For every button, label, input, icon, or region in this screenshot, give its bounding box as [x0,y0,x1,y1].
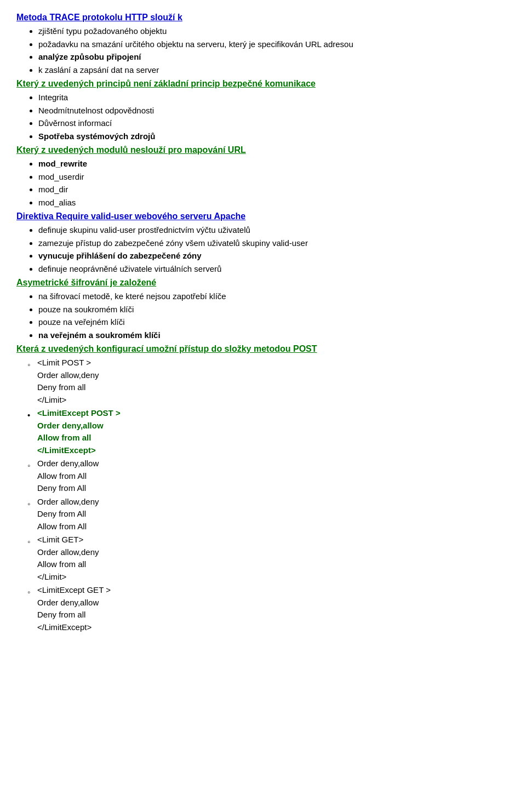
config-item-5: ◦ <Limit GET> Order allow,deny Allow fro… [27,534,510,583]
list-item: definuje neoprávněné uživatele virtuální… [38,263,510,276]
code-line: </Limit> [37,571,99,584]
list-item: pouze na soukromém klíči [38,304,510,316]
list-item: zamezuje přístup do zabezpečené zóny vše… [38,237,510,250]
bullet-hollow: ◦ [27,586,33,599]
heading-require: Direktiva Require valid-user webového se… [16,210,510,223]
code-line: Deny from all [37,609,111,621]
list-item: Neodmítnutelnost odpovědnosti [38,105,510,117]
config-block-4: Order allow,deny Deny from All Allow fro… [37,496,99,533]
config-block-2: <LimitExcept POST > Order deny,allow All… [37,407,121,456]
code-line: Allow from All [37,470,99,483]
config-item-6: ◦ <LimitExcept GET > Order deny,allow De… [27,584,510,633]
heading-config: Která z uvedených konfigurací umožní pří… [16,342,510,356]
list-item: zjištění typu požadovaného objektu [38,25,510,38]
principles-list: Integrita Neodmítnutelnost odpovědnosti … [16,92,510,142]
asymetric-list: na šifrovací metodě, ke které nejsou zap… [16,290,510,341]
code-line: Deny from all [37,381,99,394]
heading-modules: Který z uvedených modulů neslouží pro ma… [16,144,510,157]
list-item: požadavku na smazání určitého objektu na… [38,38,510,51]
bullet-hollow: ◦ [27,359,33,371]
list-item: definuje skupinu valid-user prostřednict… [38,224,510,237]
heading-trace: Metoda TRACE protokolu HTTP slouží k [16,11,510,24]
code-line: <LimitExcept POST > [37,407,121,420]
bullet-hollow: ◦ [27,536,33,548]
list-item: Integrita [38,92,510,104]
code-line: Allow from all [37,432,121,444]
code-line: Order deny,allow [37,458,99,470]
code-line: Deny from All [37,508,99,521]
modules-list: mod_rewrite mod_userdir mod_dir mod_alia… [16,158,510,209]
trace-list: zjištění typu požadovaného objektu požad… [16,25,510,76]
list-item: mod_rewrite [38,158,510,170]
list-item: na veřejném a soukromém klíči [38,329,510,342]
code-line: <Limit GET> [37,534,99,546]
config-item-3: ◦ Order deny,allow Allow from All Deny f… [27,458,510,495]
code-line: Order deny,allow [37,420,121,432]
bullet-hollow: ◦ [27,460,33,472]
config-block-5: <Limit GET> Order allow,deny Allow from … [37,534,99,583]
code-line: Order deny,allow [37,597,111,609]
code-line: </Limit> [37,394,99,407]
config-block-3: Order deny,allow Allow from All Deny fro… [37,458,99,495]
list-item: k zaslání a zapsání dat na server [38,64,510,77]
list-item: mod_dir [38,184,510,196]
config-list: ◦ <Limit POST > Order allow,deny Deny fr… [16,357,510,633]
page-content: Metoda TRACE protokolu HTTP slouží k zji… [16,11,510,633]
code-line: Order allow,deny [37,546,99,559]
bullet-filled: • [27,409,33,422]
code-line: Deny from All [37,482,99,495]
code-line: <LimitExcept GET > [37,584,111,597]
code-line: Allow from All [37,521,99,533]
bullet-hollow: ◦ [27,498,33,511]
list-item: mod_userdir [38,171,510,184]
config-block-6: <LimitExcept GET > Order deny,allow Deny… [37,584,111,633]
require-list: definuje skupinu valid-user prostřednict… [16,224,510,275]
list-item: Spotřeba systémových zdrojů [38,130,510,143]
code-line: <Limit POST > [37,357,99,369]
config-item-4: ◦ Order allow,deny Deny from All Allow f… [27,496,510,533]
code-line: Order allow,deny [37,496,99,508]
config-item-1: ◦ <Limit POST > Order allow,deny Deny fr… [27,357,510,406]
list-item: analýze způsobu připojení [38,51,510,64]
heading-principles: Který z uvedených principů není základní… [16,77,510,90]
list-item: na šifrovací metodě, ke které nejsou zap… [38,290,510,303]
heading-asymetric: Asymetrické šifrování je založené [16,276,510,289]
list-item: mod_alias [38,197,510,209]
list-item: Důvěrnost informací [38,117,510,130]
list-item: vynucuje přihlášení do zabezpečené zóny [38,250,510,262]
list-item: pouze na veřejném klíči [38,316,510,329]
code-line: Order allow,deny [37,369,99,382]
code-line: </LimitExcept> [37,621,111,634]
config-item-2: • <LimitExcept POST > Order deny,allow A… [27,407,510,456]
config-block-1: <Limit POST > Order allow,deny Deny from… [37,357,99,406]
code-line: </LimitExcept> [37,444,121,457]
code-line: Allow from all [37,558,99,571]
